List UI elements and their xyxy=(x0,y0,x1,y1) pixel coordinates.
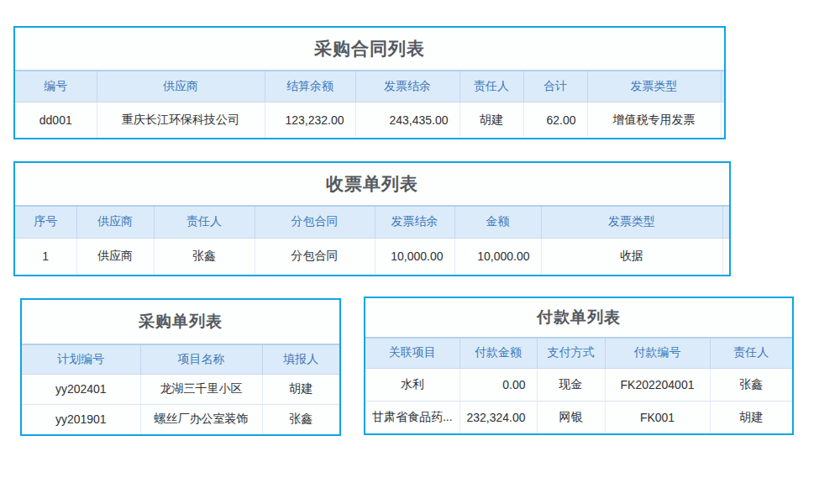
cell-project-name: 螺丝厂办公室装饰 xyxy=(140,404,262,434)
header-subcontract: 分包合同 xyxy=(255,207,375,238)
header-invoice-type: 发票类型 xyxy=(541,207,722,238)
purchase-order-list-panel: 采购单列表 计划编号 项目名称 填报人 yy202401 龙湖三千里小区 胡建 … xyxy=(20,298,341,436)
header-code: 编号 xyxy=(15,71,97,102)
header-responsible-person: 责任人 xyxy=(710,339,792,368)
header-total: 合计 xyxy=(523,71,587,102)
header-related-project: 关联项目 xyxy=(365,339,459,368)
cell-payment-code: FK001 xyxy=(605,401,710,433)
cell-settlement-balance: 123,232.00 xyxy=(265,102,355,138)
cell-subcontract: 分包合同 xyxy=(255,238,375,275)
header-payment-code: 付款编号 xyxy=(605,339,710,368)
cell-filler: 胡建 xyxy=(262,374,339,404)
cell-total: 62.00 xyxy=(523,102,587,138)
header-amount: 金额 xyxy=(454,207,541,238)
header-plan-code: 计划编号 xyxy=(22,345,140,374)
purchase-contract-table: 编号 供应商 结算余额 发票结余 责任人 合计 发票类型 dd001 重庆长江环… xyxy=(15,71,724,138)
header-invoice-balance: 发票结余 xyxy=(375,207,454,238)
cell-responsible-person: 胡建 xyxy=(459,102,523,138)
cell-payment-amount: 0.00 xyxy=(459,368,537,401)
cell-plan-code: yy202401 xyxy=(22,374,140,404)
cell-invoice-type: 收据 xyxy=(541,238,722,275)
cell-payment-code: FK202204001 xyxy=(605,368,710,401)
header-project-name: 项目名称 xyxy=(140,345,262,374)
header-payment-amount: 付款金额 xyxy=(459,339,537,368)
purchase-contract-list-panel: 采购合同列表 编号 供应商 结算余额 发票结余 责任人 合计 发票类型 dd00… xyxy=(13,26,726,139)
payment-order-list-title: 付款单列表 xyxy=(365,298,792,339)
cell-related-project: 水利 xyxy=(365,368,459,401)
header-invoice-balance: 发票结余 xyxy=(355,71,459,102)
receipt-list-panel: 收票单列表 序号 供应商 责任人 分包合同 发票结余 金额 发票类型 1 供应商… xyxy=(13,161,731,276)
table-row[interactable]: yy202401 龙湖三千里小区 胡建 xyxy=(22,374,339,404)
scrollbar-gutter xyxy=(721,71,724,102)
purchase-order-header-row: 计划编号 项目名称 填报人 xyxy=(22,345,339,374)
header-filler: 填报人 xyxy=(262,345,339,374)
header-invoice-type: 发票类型 xyxy=(587,71,721,102)
cell-filler: 张鑫 xyxy=(262,404,339,434)
cell-supplier: 重庆长江环保科技公司 xyxy=(97,102,265,138)
header-supplier: 供应商 xyxy=(76,207,154,238)
cell-related-project: 甘肃省食品药... xyxy=(365,401,459,433)
scrollbar-gutter xyxy=(721,102,724,138)
cell-plan-code: yy201901 xyxy=(22,404,140,434)
cell-invoice-type: 增值税专用发票 xyxy=(587,102,721,138)
cell-responsible-person: 胡建 xyxy=(710,401,792,433)
header-seq-no: 序号 xyxy=(15,207,76,238)
receipt-table: 序号 供应商 责任人 分包合同 发票结余 金额 发票类型 1 供应商 张鑫 分包… xyxy=(15,207,729,275)
header-payment-method: 支付方式 xyxy=(537,339,605,368)
cell-payment-method: 现金 xyxy=(537,368,605,401)
scrollbar-gutter xyxy=(722,238,729,275)
cell-payment-method: 网银 xyxy=(537,401,605,433)
cell-responsible-person: 张鑫 xyxy=(710,368,792,401)
receipt-list-title: 收票单列表 xyxy=(15,163,729,207)
table-row[interactable]: 水利 0.00 现金 FK202204001 张鑫 xyxy=(365,368,792,401)
scrollbar-gutter xyxy=(722,207,729,238)
purchase-order-list-title: 采购单列表 xyxy=(22,300,339,345)
cell-code: dd001 xyxy=(15,102,97,138)
cell-responsible-person: 张鑫 xyxy=(154,238,255,275)
payment-order-table: 关联项目 付款金额 支付方式 付款编号 责任人 水利 0.00 现金 FK202… xyxy=(365,339,792,433)
purchase-contract-list-title: 采购合同列表 xyxy=(15,28,724,71)
cell-supplier: 供应商 xyxy=(76,238,154,275)
header-responsible-person: 责任人 xyxy=(459,71,523,102)
header-supplier: 供应商 xyxy=(97,71,265,102)
payment-order-list-panel: 付款单列表 关联项目 付款金额 支付方式 付款编号 责任人 水利 0.00 现金… xyxy=(364,297,794,435)
purchase-contract-header-row: 编号 供应商 结算余额 发票结余 责任人 合计 发票类型 xyxy=(15,71,724,102)
payment-header-row: 关联项目 付款金额 支付方式 付款编号 责任人 xyxy=(365,339,792,368)
table-row[interactable]: 甘肃省食品药... 232,324.00 网银 FK001 胡建 xyxy=(365,401,792,433)
cell-invoice-balance: 10,000.00 xyxy=(375,238,454,275)
table-row[interactable]: dd001 重庆长江环保科技公司 123,232.00 243,435.00 胡… xyxy=(15,102,724,138)
header-settlement-balance: 结算余额 xyxy=(265,71,355,102)
purchase-order-table: 计划编号 项目名称 填报人 yy202401 龙湖三千里小区 胡建 yy2019… xyxy=(22,345,339,434)
cell-amount: 10,000.00 xyxy=(454,238,541,275)
header-responsible-person: 责任人 xyxy=(154,207,255,238)
table-row[interactable]: 1 供应商 张鑫 分包合同 10,000.00 10,000.00 收据 xyxy=(15,238,729,275)
receipt-header-row: 序号 供应商 责任人 分包合同 发票结余 金额 发票类型 xyxy=(15,207,729,238)
table-row[interactable]: yy201901 螺丝厂办公室装饰 张鑫 xyxy=(22,404,339,434)
cell-invoice-balance: 243,435.00 xyxy=(355,102,459,138)
cell-payment-amount: 232,324.00 xyxy=(459,401,537,433)
cell-seq-no: 1 xyxy=(15,238,76,275)
cell-project-name: 龙湖三千里小区 xyxy=(140,374,262,404)
